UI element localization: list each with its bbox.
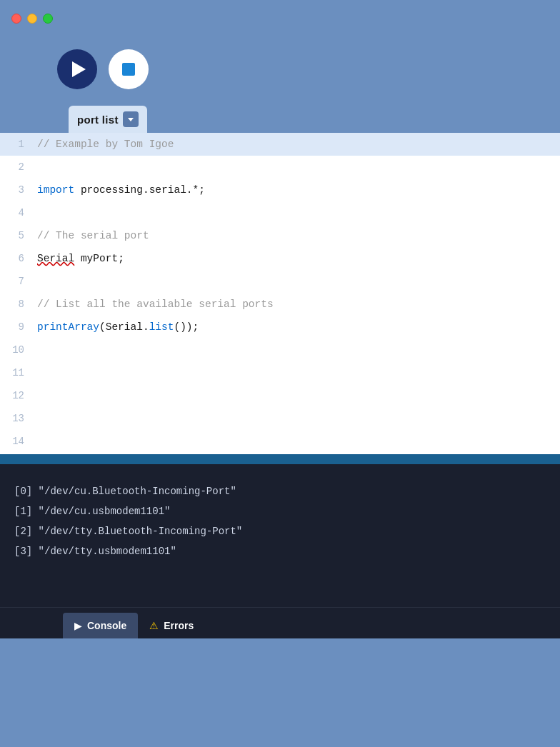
tab-bar: port list xyxy=(0,101,560,133)
line-number-2: 2 xyxy=(0,156,34,179)
line-content-1: // Example by Tom Igoe xyxy=(34,133,560,156)
line-content-9: printArray(Serial.list()); xyxy=(34,316,560,339)
code-line-9: 9 printArray(Serial.list()); xyxy=(0,316,560,339)
port-list-tab[interactable]: port list xyxy=(69,106,147,133)
close-button[interactable] xyxy=(11,14,21,24)
title-bar xyxy=(0,0,560,37)
code-line-6: 6 Serial myPort; xyxy=(0,247,560,270)
tab-console[interactable]: ▶ Console xyxy=(63,613,138,638)
code-line-2: 2 xyxy=(0,156,560,179)
code-line-3: 3 import processing.serial.*; xyxy=(0,179,560,201)
line-number-4: 4 xyxy=(0,201,34,224)
line-number-10: 10 xyxy=(0,339,34,361)
console-line-1: [1] "/dev/cu.usbmodem1101" xyxy=(14,501,546,521)
stop-button[interactable] xyxy=(109,49,149,89)
tab-errors[interactable]: ⚠ Errors xyxy=(138,613,205,638)
code-line-5: 5 // The serial port xyxy=(0,224,560,247)
code-line-11: 11 xyxy=(0,361,560,384)
terminal-icon: ▶ xyxy=(74,620,82,631)
code-editor[interactable]: 1 // Example by Tom Igoe 2 3 import proc… xyxy=(0,133,560,454)
code-line-4: 4 xyxy=(0,201,560,224)
run-button[interactable] xyxy=(57,49,97,89)
line-number-12: 12 xyxy=(0,384,34,407)
line-number-1: 1 xyxy=(0,133,34,156)
code-line-8: 8 // List all the available serial ports xyxy=(0,293,560,316)
code-line-1: 1 // Example by Tom Igoe xyxy=(0,133,560,156)
code-line-10: 10 xyxy=(0,339,560,361)
tab-label: port list xyxy=(77,114,119,126)
code-line-12: 12 xyxy=(0,384,560,407)
line-number-14: 14 xyxy=(0,430,34,453)
line-content-5: // The serial port xyxy=(34,224,560,247)
errors-tab-label: Errors xyxy=(164,620,194,631)
console-line-3: [3] "/dev/tty.usbmodem1101" xyxy=(14,541,546,561)
line-number-11: 11 xyxy=(0,361,34,384)
console-line-0: [0] "/dev/cu.Bluetooth-Incoming-Port" xyxy=(14,481,546,501)
line-number-3: 3 xyxy=(0,179,34,201)
line-number-6: 6 xyxy=(0,247,34,270)
code-line-13: 13 xyxy=(0,407,560,430)
line-number-8: 8 xyxy=(0,293,34,316)
line-number-5: 5 xyxy=(0,224,34,247)
console-area: [0] "/dev/cu.Bluetooth-Incoming-Port" [1… xyxy=(0,464,560,607)
minimize-button[interactable] xyxy=(27,14,37,24)
line-content-8: // List all the available serial ports xyxy=(34,293,560,316)
maximize-button[interactable] xyxy=(43,14,53,24)
warning-icon: ⚠ xyxy=(149,620,159,631)
line-number-7: 7 xyxy=(0,270,34,293)
tab-dropdown-button[interactable] xyxy=(123,111,139,127)
line-content-6: Serial myPort; xyxy=(34,247,560,270)
console-line-2: [2] "/dev/tty.Bluetooth-Incoming-Port" xyxy=(14,521,546,541)
line-number-9: 9 xyxy=(0,316,34,339)
stop-icon xyxy=(122,63,135,76)
line-number-13: 13 xyxy=(0,407,34,430)
play-icon xyxy=(72,61,86,77)
divider-bar[interactable] xyxy=(0,454,560,464)
toolbar xyxy=(0,37,560,101)
code-line-7: 7 xyxy=(0,270,560,293)
console-tabs: ▶ Console ⚠ Errors xyxy=(0,607,560,638)
console-tab-label: Console xyxy=(87,620,126,631)
code-line-14: 14 xyxy=(0,430,560,453)
line-content-3: import processing.serial.*; xyxy=(34,179,560,201)
